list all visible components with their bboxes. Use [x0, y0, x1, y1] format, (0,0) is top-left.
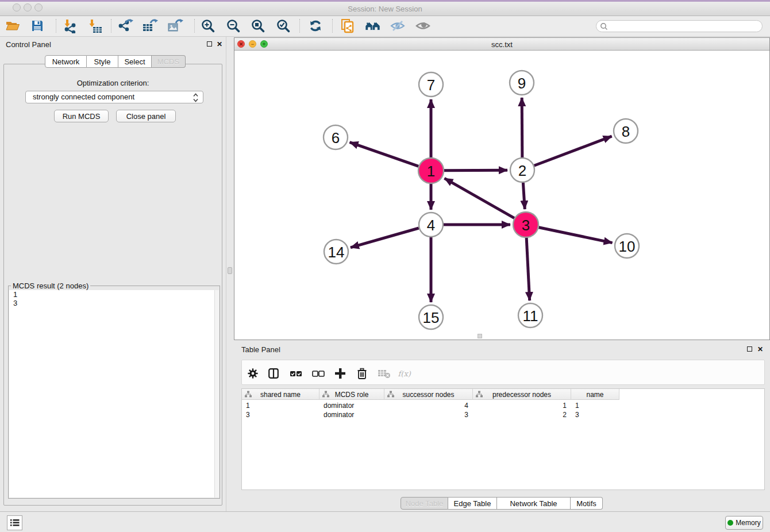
network-graph: 1234678910111415	[234, 51, 769, 340]
memory-label: Memory	[736, 519, 760, 527]
export-table-icon[interactable]	[142, 18, 158, 34]
edge-1-6[interactable]	[350, 142, 419, 167]
edge-2-3[interactable]	[523, 183, 525, 209]
main-toolbar	[0, 16, 770, 37]
table-float-icon[interactable]	[747, 346, 752, 352]
table-cell[interactable]: 2	[473, 410, 567, 419]
memory-button[interactable]: Memory	[725, 516, 763, 530]
toolbar-separator	[111, 19, 111, 33]
tab-style[interactable]: Style	[87, 55, 118, 68]
share-document-icon[interactable]	[340, 18, 356, 34]
graph-node-label-1: 1	[427, 163, 435, 180]
column-header-successor-nodes[interactable]: successor nodes	[384, 389, 473, 400]
edge-1-2[interactable]	[444, 170, 507, 171]
network-window-titlebar[interactable]: ✕ − + scc.txt	[234, 38, 769, 51]
show-view-icon[interactable]	[415, 18, 431, 34]
window-title: Session: New Session	[0, 5, 770, 13]
panel-splitter-handle[interactable]	[228, 267, 232, 274]
column-header-MCDS-role[interactable]: MCDS role	[319, 389, 384, 400]
list-icon	[10, 519, 20, 527]
network-canvas[interactable]: 1234678910111415	[234, 51, 769, 340]
open-folder-icon[interactable]	[5, 18, 21, 34]
toolbar-separator	[56, 19, 56, 33]
home-view-icon[interactable]	[365, 18, 381, 34]
graph-node-label-15: 15	[423, 309, 440, 326]
search-input[interactable]	[596, 20, 763, 32]
application-window: Session: New Session Control Panel ✕ Net…	[0, 0, 770, 532]
tab-select[interactable]: Select	[118, 55, 152, 68]
select-all-icon[interactable]	[288, 366, 303, 381]
save-icon[interactable]	[29, 18, 45, 34]
mcds-result-item[interactable]: 3	[9, 299, 219, 307]
gear-icon[interactable]	[245, 366, 260, 381]
network-window-title: scc.txt	[234, 40, 769, 49]
result-scrollbar[interactable]	[214, 290, 219, 498]
status-bar: Memory	[0, 511, 770, 532]
control-panel-header: Control Panel ✕	[0, 37, 226, 52]
zoom-out-icon[interactable]	[225, 18, 241, 34]
column-header-shared-name[interactable]: shared name	[242, 389, 319, 400]
zoom-selected-icon[interactable]	[275, 18, 291, 34]
table-cell[interactable]: 3	[575, 410, 618, 419]
optimization-criterion-select[interactable]: strongly connected component	[25, 91, 203, 103]
float-panel-icon[interactable]	[207, 41, 212, 47]
export-image-icon[interactable]	[167, 18, 183, 34]
mcds-result-item[interactable]: 1	[9, 290, 219, 299]
table-cell[interactable]: 1	[473, 401, 567, 410]
run-mcds-button[interactable]: Run MCDS	[54, 110, 109, 122]
table-close-icon[interactable]: ✕	[757, 346, 763, 353]
table-cell[interactable]: dominator	[324, 410, 383, 419]
table-tab-node-table[interactable]: Node Table	[401, 497, 448, 510]
hide-view-icon[interactable]	[390, 18, 406, 34]
edge-3-10[interactable]	[539, 228, 613, 243]
graph-node-label-14: 14	[328, 244, 345, 261]
edge-2-8[interactable]	[534, 136, 612, 165]
mcds-result-list[interactable]: 13	[9, 290, 219, 498]
edge-3-11[interactable]	[526, 238, 530, 300]
network-view-window: ✕ − + scc.txt 1234678910111415	[234, 37, 770, 340]
column-header-name[interactable]: name	[571, 389, 619, 400]
add-row-icon[interactable]	[333, 366, 348, 381]
svg-text:f(x): f(x)	[398, 369, 411, 378]
zoom-fit-icon[interactable]	[250, 18, 266, 34]
import-network-icon[interactable]	[62, 18, 78, 34]
import-table-icon[interactable]	[87, 18, 103, 34]
zoom-in-icon[interactable]	[200, 18, 216, 34]
table-tab-network-table[interactable]: Network Table	[497, 497, 571, 510]
graph-node-label-2: 2	[518, 162, 526, 179]
edge-2-9[interactable]	[522, 98, 522, 157]
table-tabs: Node TableEdge TableNetwork TableMotifs	[401, 497, 603, 510]
table-cell[interactable]: 3	[384, 410, 468, 419]
table-tab-motifs[interactable]: Motifs	[571, 497, 603, 510]
table-tab-edge-table[interactable]: Edge Table	[448, 497, 497, 510]
unselect-all-icon[interactable]	[311, 366, 326, 381]
memory-status-icon	[727, 520, 733, 526]
edge-3-1[interactable]	[444, 178, 514, 218]
canvas-scroll-handle[interactable]	[478, 334, 482, 338]
edge-4-14[interactable]	[351, 228, 419, 248]
task-history-button[interactable]	[7, 515, 22, 530]
table-cell[interactable]: 1	[575, 401, 618, 410]
function-builder-icon: f(x)	[397, 366, 412, 381]
columns-icon[interactable]	[266, 366, 281, 381]
tab-network[interactable]: Network	[45, 55, 87, 68]
table-cell[interactable]: 3	[246, 410, 318, 419]
table-panel-title: Table Panel	[241, 345, 280, 354]
refresh-icon[interactable]	[307, 18, 324, 34]
table-cell[interactable]: 1	[246, 401, 318, 410]
control-panel-border	[226, 37, 226, 511]
graph-node-label-11: 11	[523, 307, 538, 325]
table-cell[interactable]: 4	[384, 401, 468, 410]
graph-node-label-6: 6	[332, 129, 340, 147]
tab-mcds[interactable]: MCDS	[152, 55, 186, 68]
column-header-predecessor-nodes[interactable]: predecessor nodes	[473, 389, 571, 400]
export-network-icon[interactable]	[117, 18, 133, 34]
search-icon	[600, 22, 608, 30]
dropdown-stepper-icon	[192, 92, 199, 106]
close-panel-button[interactable]: Close panel	[116, 110, 176, 122]
table-cell[interactable]: dominator	[324, 401, 383, 410]
close-panel-icon[interactable]: ✕	[217, 41, 222, 48]
optimization-criterion-label: Optimization criterion:	[3, 79, 222, 87]
delete-row-icon[interactable]	[355, 366, 369, 381]
toolbar-separator	[194, 19, 195, 33]
